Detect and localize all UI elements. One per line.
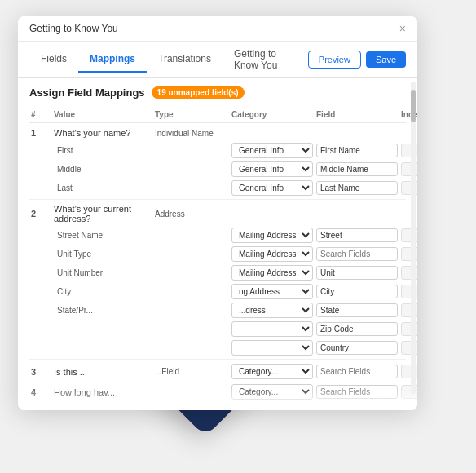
q1-num: 1 [31,128,51,138]
subrow-city: City ng Address [29,282,406,301]
q2-num: 2 [31,209,51,219]
q4-num: 4 [31,387,51,397]
save-button[interactable]: Save [366,51,406,68]
unitnum-label: Unit Number [54,268,152,277]
middle-category[interactable]: General Info [231,161,313,177]
first-field[interactable] [316,144,398,157]
col-field: Field [316,110,398,119]
close-button[interactable]: × [399,23,406,34]
unitnum-category[interactable]: Mailing Address [231,265,313,281]
country-category[interactable] [231,340,313,356]
question-row-4: 4 How long hav... Category... [29,382,406,402]
state-label: State/Pr... [54,306,152,315]
state-field[interactable] [316,303,398,317]
question-row-3: 3 Is this ... ...Field Category... [29,361,406,382]
state-category[interactable]: ...dress [231,303,313,318]
unittype-label: Unit Type [54,250,152,259]
street-category[interactable]: Mailing Address [231,228,313,243]
subrow-last: Last General Info [29,179,406,197]
dialog-title: Getting to Know You [29,23,118,34]
question-row-2: 2 What's your current address? Address [29,201,406,226]
q4-category[interactable]: Category... [231,384,313,400]
q2-type: Address [155,210,228,219]
q1-text: What's your name? [54,128,152,138]
col-type: Type [155,110,228,119]
last-label: Last [54,183,152,192]
subrow-unitnum: Unit Number Mailing Address [29,263,406,282]
separator-2 [29,359,406,360]
separator-1 [29,199,406,200]
tab-actions: Preview Save [308,51,406,69]
q3-num: 3 [31,367,51,377]
unittype-category[interactable]: Mailing Address [231,246,313,262]
zip-field[interactable] [316,322,398,336]
breadcrumb: Getting to Know You [223,42,308,77]
last-category[interactable]: General Info [231,180,313,196]
section-header: Assign Field Mappings 19 unmapped field(… [29,86,406,99]
subrow-first: First General Info [29,141,406,160]
question-row-1: 1 What's your name? Individual Name ✓ [29,125,406,141]
city-label: City [54,287,152,296]
col-category: Category [231,110,313,119]
table-body: 1 What's your name? Individual Name ✓ Fi… [29,125,406,402]
q3-type: ...Field [155,367,228,376]
table-header: # Value Type Category Field Index Requir… [29,107,406,123]
col-value: Value [54,110,152,119]
zip-category[interactable] [231,321,313,337]
street-field[interactable] [316,228,398,242]
middle-label: Middle [54,165,152,174]
main-dialog: Getting to Know You × Fields Mappings Tr… [18,16,417,410]
scrollbar-track[interactable] [411,82,416,394]
city-field[interactable] [316,285,398,298]
content-area: Assign Field Mappings 19 unmapped field(… [18,78,417,410]
tab-translations[interactable]: Translations [147,46,223,73]
unitnum-field[interactable] [316,266,398,280]
tab-mappings[interactable]: Mappings [78,46,147,73]
subrow-country [29,338,406,357]
q3-text: Is this ... [54,367,152,377]
middle-field[interactable] [316,162,398,176]
first-label: First [54,146,152,155]
subrow-middle: Middle General Info [29,160,406,179]
unittype-field[interactable] [316,247,398,261]
mappings-table: # Value Type Category Field Index Requir… [29,107,406,402]
subrow-zip [29,320,406,338]
q3-category[interactable]: Category... [231,364,313,379]
q4-field[interactable] [316,385,398,399]
col-num: # [31,110,51,119]
unmapped-badge: 19 unmapped field(s) [152,86,245,99]
tab-bar: Fields Mappings Translations Getting to … [18,42,417,78]
country-field[interactable] [316,341,398,355]
first-category[interactable]: General Info [231,143,313,158]
last-field[interactable] [316,181,398,195]
title-bar: Getting to Know You × [18,16,417,42]
subrow-unittype: Unit Type Mailing Address [29,245,406,263]
city-category[interactable]: ng Address [231,284,313,299]
q2-text: What's your current address? [54,204,152,223]
street-label: Street Name [54,231,152,240]
q3-field[interactable] [316,365,398,378]
scrollbar-thumb[interactable] [411,90,416,122]
q4-text: How long hav... [54,387,152,397]
section-title: Assign Field Mappings [29,86,145,99]
preview-button[interactable]: Preview [308,51,361,69]
subrow-street: Street Name Mailing Address [29,226,406,245]
q1-type: Individual Name [155,129,228,138]
subrow-state: State/Pr... ...dress [29,301,406,320]
tab-fields[interactable]: Fields [29,46,78,73]
